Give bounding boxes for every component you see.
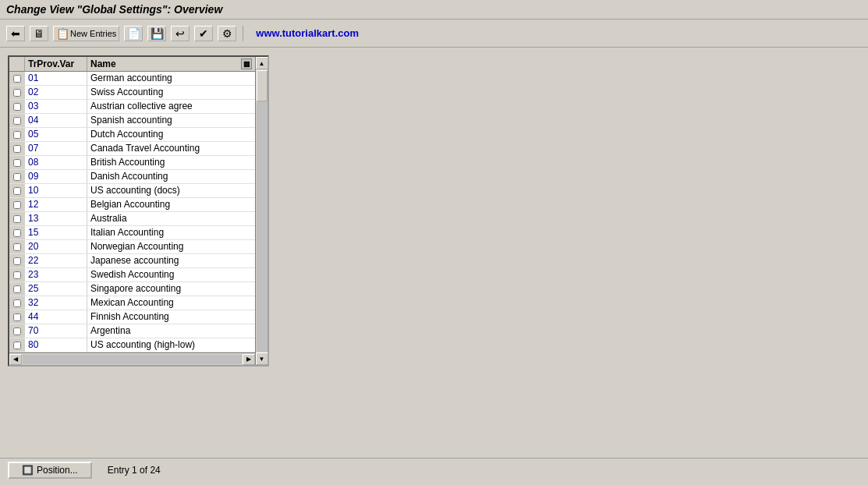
row-num: 07 [28,143,38,154]
row-checkbox-cell [9,338,25,352]
table-row[interactable]: 03 Austrian collective agree [9,100,255,114]
table-row[interactable]: 01 German accounting [9,72,255,86]
save-icon: 💾 [151,27,163,40]
table-row[interactable]: 07 Canada Travel Accounting [9,142,255,156]
row-checkbox[interactable] [13,103,21,111]
cell-trprov: 08 [25,156,87,169]
cell-name: Singapore accounting [87,282,255,296]
cell-trprov: 15 [25,226,87,239]
cell-trprov: 02 [25,86,87,99]
vertical-scrollbar[interactable]: ▲ ▼ [255,57,267,365]
table-row[interactable]: 04 Spanish accounting [9,114,255,128]
row-checkbox[interactable] [13,229,21,237]
position-label: Position... [37,465,78,476]
row-checkbox[interactable] [13,271,21,279]
copy-button[interactable]: 📄 [124,26,143,41]
row-checkbox[interactable] [13,243,21,251]
row-checkbox[interactable] [13,131,21,139]
row-num: 44 [28,311,38,322]
row-text: Swedish Accounting [90,269,174,280]
cell-name: Australia [87,212,255,225]
table-row[interactable]: 05 Dutch Accounting [9,128,255,142]
row-checkbox[interactable] [13,89,21,97]
data-table: TrProv.Var Name ▦ 01 German accounting [8,55,269,366]
table-header: TrProv.Var Name ▦ [9,57,255,72]
cell-trprov: 13 [25,212,87,225]
save-button[interactable]: 💾 [147,26,166,41]
row-num: 22 [28,255,38,266]
table-row[interactable]: 12 Belgian Accounting [9,198,255,212]
cell-trprov: 03 [25,100,87,113]
cell-trprov: 20 [25,240,87,253]
row-num: 10 [28,185,38,196]
table-row[interactable]: 09 Danish Accounting [9,170,255,184]
cell-name: Austrian collective agree [87,100,255,113]
table-row[interactable]: 22 Japanese accounting [9,254,255,268]
column-options-icon[interactable]: ▦ [241,58,252,69]
table-row[interactable]: 13 Australia [9,212,255,226]
cell-name: Canada Travel Accounting [87,142,255,155]
cell-trprov: 80 [25,338,87,352]
new-entries-icon: 📋 [56,27,69,40]
row-num: 70 [28,325,38,336]
row-num: 05 [28,129,38,140]
display-button[interactable]: 🖥 [30,26,48,41]
row-checkbox-cell [9,296,25,310]
table-row[interactable]: 80 US accounting (high-low) [9,338,255,352]
row-text: Italian Accounting [90,227,164,238]
row-checkbox[interactable] [13,201,21,209]
row-checkbox[interactable] [13,299,21,307]
table-row[interactable]: 08 British Accounting [9,156,255,170]
back-button[interactable]: ⬅ [6,26,25,41]
row-num: 02 [28,87,38,97]
cell-trprov: 32 [25,296,87,310]
table-row[interactable]: 23 Swedish Accounting [9,268,255,282]
scroll-right-button[interactable]: ▶ [243,354,255,365]
table-row[interactable]: 15 Italian Accounting [9,226,255,240]
settings-button[interactable]: ⚙ [218,26,236,41]
row-checkbox[interactable] [13,75,21,83]
table-row[interactable]: 32 Mexican Accounting [9,296,255,310]
new-entries-button[interactable]: 📋 New Entries [53,26,119,41]
th-select [9,57,25,71]
row-checkbox[interactable] [13,342,21,349]
row-checkbox[interactable] [13,327,21,335]
row-checkbox[interactable] [13,117,21,125]
table-row[interactable]: 10 US accounting (docs) [9,184,255,198]
scroll-down-button[interactable]: ▼ [256,352,268,365]
entry-count: Entry 1 of 24 [108,465,161,476]
row-num: 08 [28,157,38,168]
website-link[interactable]: www.tutorialkart.com [256,27,359,39]
row-checkbox-cell [9,324,25,338]
row-checkbox[interactable] [13,145,21,153]
row-checkbox[interactable] [13,159,21,167]
check-button[interactable]: ✔ [194,26,213,41]
row-text: Canada Travel Accounting [90,143,200,154]
cell-name: Italian Accounting [87,226,255,239]
row-text: German accounting [90,73,172,83]
hscroll-track[interactable] [23,355,242,364]
row-checkbox[interactable] [13,173,21,181]
table-row[interactable]: 20 Norwegian Accounting [9,240,255,254]
scroll-up-button[interactable]: ▲ [256,57,268,69]
row-checkbox[interactable] [13,257,21,265]
table-row[interactable]: 44 Finnish Accounting [9,310,255,324]
row-checkbox-cell [9,198,25,211]
row-text: Finnish Accounting [90,311,169,322]
position-button[interactable]: 🔲 Position... [8,462,92,479]
row-checkbox[interactable] [13,313,21,321]
row-checkbox-cell [9,142,25,155]
row-checkbox[interactable] [13,285,21,293]
row-checkbox[interactable] [13,215,21,223]
row-text: Belgian Accounting [90,199,170,210]
row-checkbox[interactable] [13,187,21,195]
horizontal-scrollbar[interactable]: ◀ ▶ [9,352,255,365]
scroll-left-button[interactable]: ◀ [9,354,22,365]
row-num: 32 [28,297,38,308]
undo-button[interactable]: ↩ [171,26,190,41]
table-row[interactable]: 02 Swiss Accounting [9,86,255,100]
scroll-thumb[interactable] [257,70,267,101]
row-text: Australia [90,213,127,224]
table-row[interactable]: 25 Singapore accounting [9,282,255,296]
table-row[interactable]: 70 Argentina [9,324,255,338]
